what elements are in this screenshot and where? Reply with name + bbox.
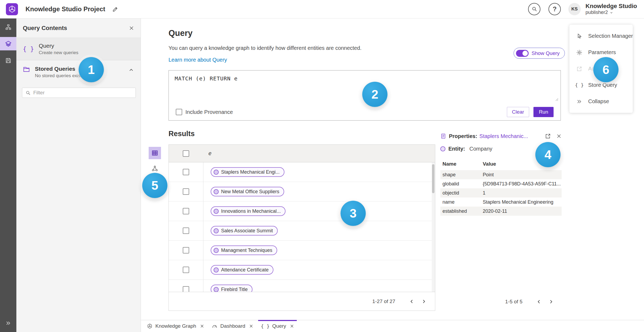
selection-manager-button[interactable]: Selection Manager [569,28,633,44]
annotation-badge-4: 4 [535,142,561,167]
stored-queries-sublabel: No stored queries exist [35,73,82,79]
property-row: objectid 1 [440,188,562,197]
property-row: globalid {5D9B4713-F98D-4A53-A59F-C11... [440,179,562,188]
properties-header: Properties: Staplers Mechanic... [440,132,562,140]
query-editor-input[interactable]: MATCH (e) RETURN e [175,75,238,82]
rail-expand-button[interactable] [0,316,16,330]
folder-icon [23,66,30,73]
property-row: shape Point [440,170,562,179]
row-checkbox[interactable] [183,247,189,253]
search-icon [532,6,537,12]
property-row: name Staplers Mechanical Engineering [440,197,562,207]
entity-dot-icon [214,287,219,292]
next-page-button[interactable] [418,296,430,307]
avatar[interactable]: KS [568,3,581,15]
entity-pill[interactable]: Sales Associate Summit [211,226,278,236]
table-row: Attendance Certificate [169,260,435,280]
link-chart-icon [151,165,158,172]
previous-page-button[interactable] [533,296,545,308]
gear-icon [576,49,583,56]
help-button[interactable]: ? [548,3,561,15]
entity-pill[interactable]: New Metal Office Suppliers [211,187,284,196]
results-table: e Staplers Mechanical Engi... New Metal … [169,144,435,311]
chevron-up-icon [128,67,134,73]
chevron-right-icon [421,299,427,304]
entity-dot-icon [214,267,219,273]
property-row: established 2020-02-11 [440,207,562,216]
sidebar-item-query[interactable]: { } Query Create new queries [16,38,141,60]
entity-pill[interactable]: Firebird Title [211,285,253,292]
table-view-button[interactable] [149,147,161,159]
edit-title-icon[interactable] [112,6,118,12]
rail-sitemap-button[interactable] [0,20,16,34]
rail-save-button[interactable] [0,54,16,67]
next-page-button[interactable] [545,296,557,308]
show-query-label: Show Query [532,50,560,56]
entity-link[interactable]: Staplers Mechanic... [480,133,528,139]
row-checkbox[interactable] [183,169,189,175]
entity-pill[interactable]: Attendance Certificate [211,265,273,275]
editor-controls: Include Provenance Clear Run [169,104,561,120]
table-scrollbar[interactable] [432,162,435,292]
collapse-tools-button[interactable]: Collapse [569,93,633,110]
search-icon [25,90,31,95]
toggle-switch[interactable] [516,50,529,57]
scrollbar-thumb[interactable] [432,164,434,193]
close-icon [129,25,134,31]
resize-grip[interactable] [555,97,558,102]
add-to-icon [545,133,551,139]
chevron-left-icon [536,299,542,305]
properties-title: Properties: [449,133,477,139]
tab-query[interactable]: { } Query [257,320,298,332]
add-to-icon [576,66,582,72]
double-chevron-right-icon [576,99,582,105]
select-all-checkbox[interactable] [183,150,189,157]
table-header-row: e [169,145,435,162]
chevron-down-icon [610,11,613,14]
tab-knowledge-graph[interactable]: Knowledge Graph [143,320,208,332]
show-query-toggle[interactable]: Show Query [514,48,565,59]
close-tab-icon[interactable] [290,324,294,328]
entity-pill[interactable]: Innovations in Mechanical... [211,206,286,216]
filter-input[interactable] [33,90,132,96]
include-provenance-label: Include Provenance [185,109,233,115]
close-tab-icon[interactable] [200,324,204,328]
close-tab-icon[interactable] [249,324,253,328]
entity-pill[interactable]: Managment Techniques [211,245,277,255]
knowledge-graph-icon [147,323,153,329]
properties-close-button[interactable] [556,133,562,139]
entity-pill[interactable]: Staplers Mechanical Engi... [211,167,284,177]
panel-header: Query Contents [16,18,141,38]
learn-more-link[interactable]: Learn more about Query [169,57,227,63]
row-checkbox[interactable] [183,208,189,214]
dashboard-icon [212,323,218,329]
add-to-selection-button[interactable] [545,133,551,139]
search-button[interactable] [528,3,540,15]
clear-button[interactable]: Clear [507,107,529,117]
tab-dashboard[interactable]: Dashboard [208,320,257,332]
run-button[interactable]: Run [533,107,554,117]
table-row: Firebird Title [169,280,435,292]
row-checkbox[interactable] [183,227,189,234]
user-menu[interactable]: Knowledge Studio publisher2 [586,3,637,16]
panel-title: Query Contents [23,25,67,32]
annotation-badge-5: 5 [142,173,167,198]
sitemap-icon [5,24,12,30]
annotation-badge-6: 6 [593,57,619,82]
panel-close-button[interactable] [129,25,134,31]
row-checkbox[interactable] [183,286,189,292]
include-provenance-checkbox[interactable] [176,109,182,115]
braces-icon: { } [23,46,34,53]
collapse-section-button[interactable] [128,66,134,87]
row-checkbox[interactable] [183,267,189,273]
top-bar: Knowledge Studio Project ? KS Knowledge … [0,0,644,18]
previous-page-button[interactable] [406,296,418,307]
cursor-select-icon [576,33,582,39]
properties-pagination: 1-5 of 5 [505,296,557,308]
stored-queries-section[interactable]: Stored Queries No stored queries exist [16,60,141,87]
row-checkbox[interactable] [183,188,189,195]
table-row: New Metal Office Suppliers [169,182,435,202]
rail-layers-button[interactable] [0,37,16,50]
filter-field [22,88,136,98]
layers-icon [5,40,12,47]
